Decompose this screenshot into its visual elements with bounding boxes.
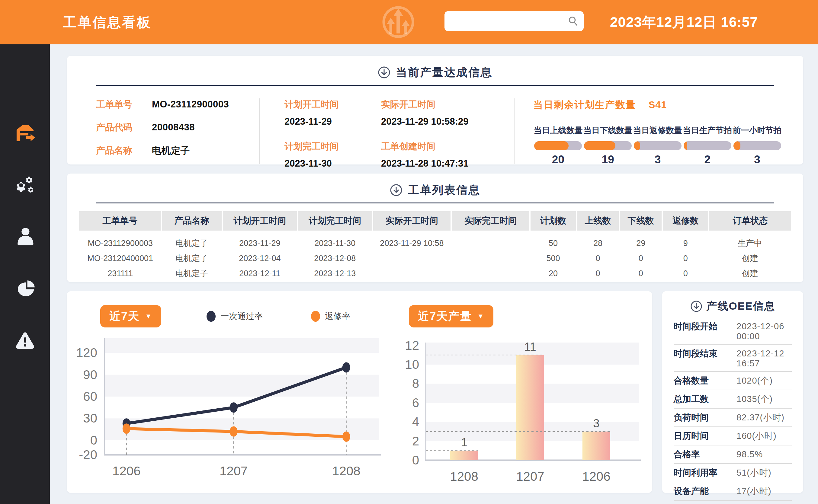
time-label: 计划完工时间 xyxy=(284,140,381,153)
table-cell: 0 xyxy=(619,266,662,281)
bottom-row: 近7天 ▼ 一次通过率返修率 -200306090120120612071208… xyxy=(67,291,803,493)
legend-label: 一次通过率 xyxy=(220,311,263,322)
data-point xyxy=(342,362,350,373)
stat-label: 当日生产节拍 xyxy=(682,125,732,136)
search-icon[interactable] xyxy=(567,15,579,27)
table-cell: 0 xyxy=(577,266,619,281)
sidebar-item-reports[interactable] xyxy=(12,276,38,301)
stat-label: 前一小时节拍 xyxy=(732,125,782,136)
x-tick-label: 1207 xyxy=(219,464,248,478)
x-tick-label: 1207 xyxy=(516,469,544,483)
table-column-header: 产品名称 xyxy=(161,211,222,231)
x-tick-label: 1208 xyxy=(450,469,478,483)
sidebar-item-work-orders[interactable] xyxy=(12,120,38,146)
daily-stat: 当日上线数量20 xyxy=(533,125,583,166)
table-column-header: 上线数 xyxy=(577,211,619,231)
table-column-header: 工单单号 xyxy=(79,211,161,231)
table-cell: 生产中 xyxy=(709,231,791,251)
oee-label: 日历时间 xyxy=(674,430,737,442)
field-label: 产品名称 xyxy=(96,145,152,157)
time-fields: 计划开工时间2023-11-29实际开工时间2023-11-29 10:58:2… xyxy=(260,98,514,169)
stat-value: 20 xyxy=(533,153,583,166)
table-cell: 2023-11-29 xyxy=(222,231,297,251)
circled-down-arrow-icon xyxy=(690,300,702,312)
daily-stat: 当日下线数量19 xyxy=(583,125,633,166)
orders-card: 工单列表信息 工单单号产品名称计划开工时间计划完工时间实际开工时间实际完工时间计… xyxy=(67,174,803,282)
field-label: 工单单号 xyxy=(96,98,152,111)
table-column-header: 计划数 xyxy=(530,211,577,231)
oee-card-head: 产线OEE信息 xyxy=(674,299,792,313)
work-order-icon xyxy=(15,123,35,143)
y-tick-label: 6 xyxy=(412,396,419,410)
circled-down-arrow-icon xyxy=(378,66,390,79)
y-tick-label: 0 xyxy=(412,453,419,467)
oee-rows: 时间段开始2023-12-06 00:00时间段结束2023-12-12 16:… xyxy=(674,317,792,504)
y-tick-label: 0 xyxy=(90,433,97,447)
sidebar-item-settings[interactable] xyxy=(12,172,38,198)
time-label: 工单创建时间 xyxy=(381,140,514,153)
field-value: 20008438 xyxy=(152,122,195,133)
table-column-header: 计划开工时间 xyxy=(222,211,297,231)
bar-chart-controls: 近7天产量 ▼ xyxy=(402,305,652,327)
sidebar-item-alerts[interactable] xyxy=(12,327,38,353)
line-chart-legend: 一次通过率返修率 xyxy=(206,311,350,322)
table-cell xyxy=(372,251,452,266)
pass-rate-chart-section: 近7天 ▼ 一次通过率返修率 -200306090120120612071208 xyxy=(67,291,396,493)
oee-value: 1020(个) xyxy=(737,375,792,387)
oee-label: 总加工数 xyxy=(674,393,737,405)
legend-item: 返修率 xyxy=(311,311,350,322)
field-value: MO-23112900003 xyxy=(152,99,229,110)
oee-value: 17(小时) xyxy=(737,485,792,497)
table-cell: 28 xyxy=(577,231,619,251)
table-cell: 0 xyxy=(662,251,709,266)
table-cell: 231111 xyxy=(79,266,161,281)
oee-label: 负荷时间 xyxy=(674,412,737,424)
table-row[interactable]: MO-23120400001电机定子2023-12-042023-12-0850… xyxy=(79,251,791,266)
table-cell xyxy=(451,251,530,266)
pie-chart-icon xyxy=(15,279,35,298)
y-tick-label: 10 xyxy=(405,357,419,372)
table-cell: 电机定子 xyxy=(161,266,222,281)
table-cell: 2023-12-08 xyxy=(297,251,372,266)
table-cell: 2023-12-04 xyxy=(222,251,297,266)
orders-card-title: 工单列表信息 xyxy=(408,183,481,198)
table-cell: 20 xyxy=(530,266,577,281)
remaining-title: 当日剩余计划生产数量S41 xyxy=(533,98,782,112)
table-cell xyxy=(451,266,530,281)
table-cell: 创建 xyxy=(709,251,791,266)
table-cell: MO-23112900003 xyxy=(79,231,161,251)
y-tick-label: 120 xyxy=(76,346,97,360)
table-column-header: 实际开工时间 xyxy=(372,211,452,231)
search-box xyxy=(445,11,584,31)
time-value: 2023-11-29 xyxy=(284,116,381,127)
line-range-dropdown[interactable]: 近7天 ▼ xyxy=(100,305,161,327)
header: 工单信息看板 2023年12月12日 16:57 xyxy=(0,0,818,44)
gears-icon xyxy=(15,175,35,195)
bar-value-label: 3 xyxy=(593,417,599,430)
daily-stats: 当日上线数量20当日下线数量19当日返修数量3当日生产节拍2前一小时节拍3 xyxy=(533,125,782,166)
first-pass-rate-chart: -200306090120120612071208 xyxy=(74,334,385,479)
sidebar-item-users[interactable] xyxy=(12,224,38,250)
oee-row: 负荷时间82.37(小时) xyxy=(674,409,792,427)
table-row[interactable]: MO-23112900003电机定子2023-11-292023-11-3020… xyxy=(79,231,791,251)
data-point xyxy=(230,402,238,413)
oee-value: 51(小时) xyxy=(737,467,792,479)
table-row[interactable]: 231111电机定子2023-12-112023-12-1320000创建 xyxy=(79,266,791,281)
field-value: 电机定子 xyxy=(152,144,190,157)
warning-icon xyxy=(15,330,35,350)
oee-card-title: 产线OEE信息 xyxy=(707,299,775,313)
stat-value: 2 xyxy=(682,153,732,166)
bar-range-dropdown[interactable]: 近7天产量 ▼ xyxy=(409,305,494,327)
line-range-label: 近7天 xyxy=(109,309,140,324)
oee-value: 82.37(小时) xyxy=(737,412,792,424)
oee-label: 设备产能 xyxy=(674,485,737,497)
data-point xyxy=(230,426,238,437)
oee-value: 2023-12-06 00:00 xyxy=(737,321,792,341)
oee-row: 总加工数1035(个) xyxy=(674,390,792,409)
table-column-header: 计划完工时间 xyxy=(297,211,372,231)
search-input[interactable] xyxy=(445,11,584,31)
user-icon xyxy=(15,227,35,247)
time-label: 计划开工时间 xyxy=(284,98,381,111)
work-order-field: 产品代码20008438 xyxy=(96,121,259,134)
progress-track xyxy=(733,141,781,150)
